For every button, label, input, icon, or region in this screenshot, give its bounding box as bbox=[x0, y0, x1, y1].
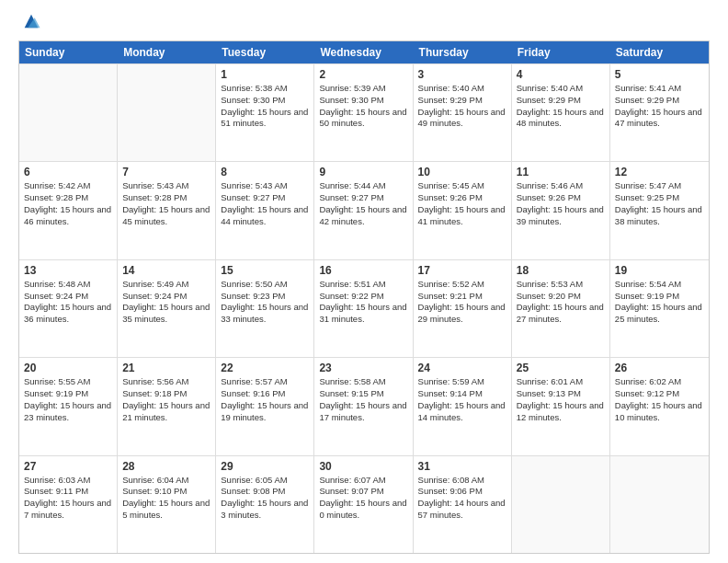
day-number: 4 bbox=[517, 68, 605, 81]
day-number: 12 bbox=[615, 166, 704, 178]
weekday-header: Wednesday bbox=[314, 41, 413, 63]
day-number: 23 bbox=[319, 362, 407, 374]
calendar-row: 20Sunrise: 5:55 AM Sunset: 9:19 PM Dayli… bbox=[19, 357, 709, 454]
calendar-cell: 19Sunrise: 5:54 AM Sunset: 9:19 PM Dayli… bbox=[610, 260, 709, 357]
day-number: 30 bbox=[319, 460, 407, 473]
calendar-cell: 3Sunrise: 5:40 AM Sunset: 9:29 PM Daylig… bbox=[414, 64, 512, 161]
day-number: 31 bbox=[418, 460, 506, 473]
day-info: Sunrise: 5:52 AM Sunset: 9:21 PM Dayligh… bbox=[418, 279, 506, 326]
calendar-cell: 25Sunrise: 6:01 AM Sunset: 9:13 PM Dayli… bbox=[512, 358, 610, 454]
day-info: Sunrise: 5:43 AM Sunset: 9:28 PM Dayligh… bbox=[122, 180, 210, 227]
day-number: 6 bbox=[24, 166, 112, 178]
page: SundayMondayTuesdayWednesdayThursdayFrid… bbox=[0, 0, 728, 563]
weekday-header: Thursday bbox=[414, 41, 512, 63]
calendar-row: 27Sunrise: 6:03 AM Sunset: 9:11 PM Dayli… bbox=[19, 455, 709, 553]
calendar-cell: 9Sunrise: 5:44 AM Sunset: 9:27 PM Daylig… bbox=[314, 162, 413, 259]
calendar-cell: 28Sunrise: 6:04 AM Sunset: 9:10 PM Dayli… bbox=[118, 456, 216, 553]
calendar-cell: 26Sunrise: 6:02 AM Sunset: 9:12 PM Dayli… bbox=[610, 358, 709, 454]
calendar-cell bbox=[118, 64, 216, 161]
day-info: Sunrise: 5:51 AM Sunset: 9:22 PM Dayligh… bbox=[319, 279, 407, 326]
calendar-cell: 8Sunrise: 5:43 AM Sunset: 9:27 PM Daylig… bbox=[216, 162, 314, 259]
calendar-cell: 5Sunrise: 5:41 AM Sunset: 9:29 PM Daylig… bbox=[610, 64, 709, 161]
calendar-cell: 31Sunrise: 6:08 AM Sunset: 9:06 PM Dayli… bbox=[414, 456, 512, 553]
day-number: 28 bbox=[122, 460, 210, 473]
calendar-cell: 18Sunrise: 5:53 AM Sunset: 9:20 PM Dayli… bbox=[512, 260, 610, 357]
calendar-cell bbox=[19, 64, 118, 161]
calendar-cell: 7Sunrise: 5:43 AM Sunset: 9:28 PM Daylig… bbox=[118, 162, 216, 259]
calendar-cell: 21Sunrise: 5:56 AM Sunset: 9:18 PM Dayli… bbox=[118, 358, 216, 454]
day-number: 29 bbox=[221, 460, 309, 473]
day-info: Sunrise: 5:47 AM Sunset: 9:25 PM Dayligh… bbox=[615, 180, 704, 227]
day-number: 2 bbox=[319, 68, 407, 81]
calendar-row: 13Sunrise: 5:48 AM Sunset: 9:24 PM Dayli… bbox=[19, 259, 709, 357]
day-number: 14 bbox=[122, 264, 210, 277]
calendar-cell bbox=[610, 456, 709, 553]
calendar-cell: 2Sunrise: 5:39 AM Sunset: 9:30 PM Daylig… bbox=[314, 64, 413, 161]
calendar-cell: 30Sunrise: 6:07 AM Sunset: 9:07 PM Dayli… bbox=[314, 456, 413, 553]
day-info: Sunrise: 6:04 AM Sunset: 9:10 PM Dayligh… bbox=[122, 475, 210, 522]
calendar-cell: 16Sunrise: 5:51 AM Sunset: 9:22 PM Dayli… bbox=[314, 260, 413, 357]
calendar-cell: 23Sunrise: 5:58 AM Sunset: 9:15 PM Dayli… bbox=[314, 358, 413, 454]
day-info: Sunrise: 6:02 AM Sunset: 9:12 PM Dayligh… bbox=[615, 376, 704, 423]
calendar-cell: 6Sunrise: 5:42 AM Sunset: 9:28 PM Daylig… bbox=[19, 162, 118, 259]
calendar-cell: 17Sunrise: 5:52 AM Sunset: 9:21 PM Dayli… bbox=[414, 260, 512, 357]
day-info: Sunrise: 5:49 AM Sunset: 9:24 PM Dayligh… bbox=[122, 279, 210, 326]
day-info: Sunrise: 5:45 AM Sunset: 9:26 PM Dayligh… bbox=[418, 180, 506, 227]
day-number: 21 bbox=[122, 362, 210, 374]
day-number: 15 bbox=[221, 264, 309, 277]
day-info: Sunrise: 6:07 AM Sunset: 9:07 PM Dayligh… bbox=[319, 475, 407, 522]
day-number: 20 bbox=[24, 362, 112, 374]
weekday-header: Monday bbox=[118, 41, 216, 63]
day-info: Sunrise: 6:05 AM Sunset: 9:08 PM Dayligh… bbox=[221, 475, 309, 522]
day-info: Sunrise: 5:50 AM Sunset: 9:23 PM Dayligh… bbox=[221, 279, 309, 326]
day-number: 26 bbox=[615, 362, 704, 374]
day-number: 24 bbox=[418, 362, 506, 374]
calendar-body: 1Sunrise: 5:38 AM Sunset: 9:30 PM Daylig… bbox=[19, 63, 709, 553]
day-info: Sunrise: 5:42 AM Sunset: 9:28 PM Dayligh… bbox=[24, 180, 112, 227]
day-number: 13 bbox=[24, 264, 112, 277]
logo bbox=[18, 15, 41, 31]
weekday-header: Saturday bbox=[610, 41, 709, 63]
day-info: Sunrise: 5:40 AM Sunset: 9:29 PM Dayligh… bbox=[517, 83, 605, 130]
calendar-cell: 10Sunrise: 5:45 AM Sunset: 9:26 PM Dayli… bbox=[414, 162, 512, 259]
day-number: 1 bbox=[221, 68, 309, 81]
day-info: Sunrise: 5:48 AM Sunset: 9:24 PM Dayligh… bbox=[24, 279, 112, 326]
calendar-row: 6Sunrise: 5:42 AM Sunset: 9:28 PM Daylig… bbox=[19, 161, 709, 259]
day-number: 19 bbox=[615, 264, 704, 277]
day-number: 5 bbox=[615, 68, 704, 81]
calendar-cell: 20Sunrise: 5:55 AM Sunset: 9:19 PM Dayli… bbox=[19, 358, 118, 454]
header bbox=[18, 15, 710, 31]
day-info: Sunrise: 6:01 AM Sunset: 9:13 PM Dayligh… bbox=[517, 376, 605, 423]
day-info: Sunrise: 5:53 AM Sunset: 9:20 PM Dayligh… bbox=[517, 279, 605, 326]
day-number: 7 bbox=[122, 166, 210, 178]
day-info: Sunrise: 6:08 AM Sunset: 9:06 PM Dayligh… bbox=[418, 475, 506, 522]
calendar-cell: 27Sunrise: 6:03 AM Sunset: 9:11 PM Dayli… bbox=[19, 456, 118, 553]
day-info: Sunrise: 5:46 AM Sunset: 9:26 PM Dayligh… bbox=[517, 180, 605, 227]
day-number: 27 bbox=[24, 460, 112, 473]
logo-icon bbox=[21, 11, 41, 31]
day-info: Sunrise: 5:41 AM Sunset: 9:29 PM Dayligh… bbox=[615, 83, 704, 130]
calendar-row: 1Sunrise: 5:38 AM Sunset: 9:30 PM Daylig… bbox=[19, 63, 709, 161]
day-number: 3 bbox=[418, 68, 506, 81]
weekday-header: Tuesday bbox=[216, 41, 314, 63]
day-info: Sunrise: 5:40 AM Sunset: 9:29 PM Dayligh… bbox=[418, 83, 506, 130]
day-info: Sunrise: 5:58 AM Sunset: 9:15 PM Dayligh… bbox=[319, 376, 407, 423]
calendar-cell bbox=[512, 456, 610, 553]
day-info: Sunrise: 5:43 AM Sunset: 9:27 PM Dayligh… bbox=[221, 180, 309, 227]
day-number: 25 bbox=[517, 362, 605, 374]
day-number: 9 bbox=[319, 166, 407, 178]
calendar-cell: 1Sunrise: 5:38 AM Sunset: 9:30 PM Daylig… bbox=[216, 64, 314, 161]
day-info: Sunrise: 5:55 AM Sunset: 9:19 PM Dayligh… bbox=[24, 376, 112, 423]
day-info: Sunrise: 5:39 AM Sunset: 9:30 PM Dayligh… bbox=[319, 83, 407, 130]
day-number: 17 bbox=[418, 264, 506, 277]
calendar-cell: 11Sunrise: 5:46 AM Sunset: 9:26 PM Dayli… bbox=[512, 162, 610, 259]
day-info: Sunrise: 5:38 AM Sunset: 9:30 PM Dayligh… bbox=[221, 83, 309, 130]
day-info: Sunrise: 5:57 AM Sunset: 9:16 PM Dayligh… bbox=[221, 376, 309, 423]
calendar-cell: 4Sunrise: 5:40 AM Sunset: 9:29 PM Daylig… bbox=[512, 64, 610, 161]
day-info: Sunrise: 5:56 AM Sunset: 9:18 PM Dayligh… bbox=[122, 376, 210, 423]
day-info: Sunrise: 5:44 AM Sunset: 9:27 PM Dayligh… bbox=[319, 180, 407, 227]
calendar-cell: 24Sunrise: 5:59 AM Sunset: 9:14 PM Dayli… bbox=[414, 358, 512, 454]
calendar-cell: 14Sunrise: 5:49 AM Sunset: 9:24 PM Dayli… bbox=[118, 260, 216, 357]
weekday-header: Friday bbox=[512, 41, 610, 63]
day-number: 22 bbox=[221, 362, 309, 374]
